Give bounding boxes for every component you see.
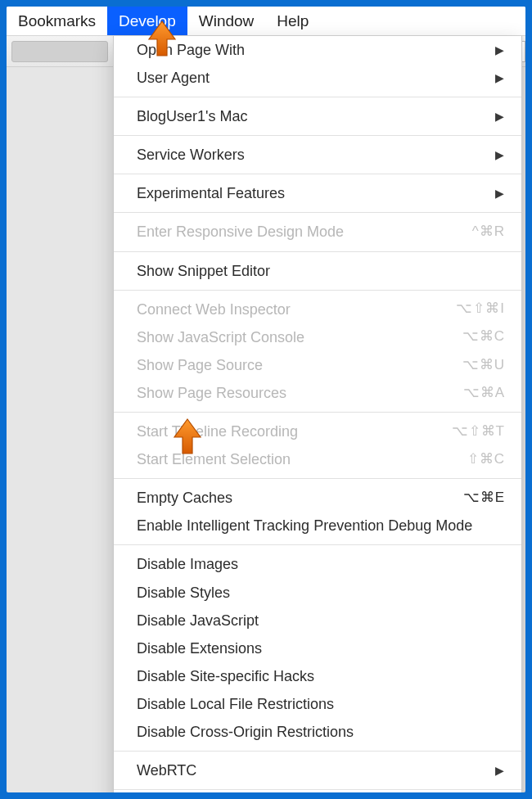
menu-item-label: Show Page Source [137, 354, 263, 376]
menu-item-label: Disable Styles [137, 582, 230, 603]
menu-separator [114, 290, 521, 291]
menu-item-open-page-with[interactable]: Open Page With▶ [114, 36, 521, 64]
menu-item-webrtc[interactable]: WebRTC▶ [114, 756, 521, 784]
menu-item-label: BlogUser1's Mac [137, 106, 247, 127]
menu-item-label: Open Page With [137, 39, 245, 61]
menu-item-shortcut: ⌥⌘E [463, 488, 505, 508]
menu-item-label: Disable JavaScript [137, 610, 259, 631]
menu-item-show-javascript-console: Show JavaScript Console⌥⌘C [114, 323, 521, 351]
tab-stub[interactable] [11, 41, 108, 62]
menubar-item-bookmarks[interactable]: Bookmarks [7, 7, 107, 35]
menu-separator [114, 135, 521, 136]
menu-item-label: Disable Site-specific Hacks [137, 666, 314, 687]
menu-item-label: Enable Intelligent Tracking Prevention D… [137, 515, 472, 536]
menu-item-start-element-selection: Start Element Selection⇧⌘C [114, 445, 521, 473]
menu-item-shortcut: ⌥⌘A [463, 383, 505, 404]
menu-item-label: Service Workers [137, 144, 245, 165]
menu-item-label: Start Timeline Recording [137, 421, 298, 442]
menu-item-shortcut: ⌥⇧⌘I [456, 299, 505, 319]
menu-item-empty-caches[interactable]: Empty Caches⌥⌘E [114, 484, 521, 512]
menu-item-enable-intelligent-tracking-prevention-debug-mode[interactable]: Enable Intelligent Tracking Prevention D… [114, 512, 521, 539]
menu-item-connect-web-inspector: Connect Web Inspector⌥⇧⌘I [114, 296, 521, 323]
menu-item-shortcut: ^⌘R [472, 222, 505, 242]
menu-item-label: Empty Caches [137, 487, 232, 508]
submenu-arrow-icon: ▶ [495, 70, 505, 86]
menu-separator [114, 751, 521, 752]
menubar-item-develop[interactable]: Develop [107, 7, 187, 35]
menubar-item-window[interactable]: Window [187, 7, 266, 35]
menu-separator [114, 789, 521, 790]
submenu-arrow-icon: ▶ [495, 185, 505, 201]
menu-item-label: Start Element Selection [137, 449, 291, 470]
menu-item-enter-responsive-design-mode: Enter Responsive Design Mode^⌘R [114, 218, 521, 246]
menu-item-label: WebRTC [137, 760, 196, 781]
menu-item-label: User Agent [137, 67, 210, 88]
menu-separator [114, 544, 521, 545]
menu-separator [114, 478, 521, 479]
menu-item-user-agent[interactable]: User Agent▶ [114, 64, 521, 92]
submenu-arrow-icon: ▶ [495, 108, 505, 124]
menu-item-start-timeline-recording: Start Timeline Recording⌥⇧⌘T [114, 418, 521, 445]
menu-item-service-workers[interactable]: Service Workers▶ [114, 141, 521, 169]
menu-item-shortcut: ⌥⌘C [462, 327, 505, 347]
menu-item-label: Enter Responsive Design Mode [137, 221, 344, 242]
menu-item-show-page-source: Show Page Source⌥⌘U [114, 351, 521, 379]
menu-item-label: Disable Cross-Origin Restrictions [137, 721, 354, 743]
menu-item-label: Experimental Features [137, 183, 285, 204]
menubar: BookmarksDevelopWindowHelp [7, 7, 525, 36]
menu-separator [114, 97, 521, 97]
menu-item-label: Show Page Resources [137, 382, 286, 404]
menu-item-disable-local-file-restrictions[interactable]: Disable Local File Restrictions [114, 690, 521, 718]
window-frame: PC.com BookmarksDevelopWindowHelp Open P… [7, 7, 525, 792]
menu-item-label: Disable Local File Restrictions [137, 693, 334, 715]
menu-item-shortcut: ⌥⌘U [462, 355, 505, 376]
menu-separator [114, 251, 521, 252]
menu-item-show-page-resources: Show Page Resources⌥⌘A [114, 379, 521, 407]
menu-item-disable-cross-origin-restrictions[interactable]: Disable Cross-Origin Restrictions [114, 718, 521, 746]
develop-menu-dropdown: Open Page With▶User Agent▶BlogUser1's Ma… [113, 36, 522, 792]
menubar-item-help[interactable]: Help [265, 7, 320, 35]
menu-item-label: Show Snippet Editor [137, 260, 270, 282]
menu-item-bloguser1-s-mac[interactable]: BlogUser1's Mac▶ [114, 102, 521, 130]
submenu-arrow-icon: ▶ [495, 42, 505, 58]
submenu-arrow-icon: ▶ [495, 147, 505, 163]
menu-item-label: Show JavaScript Console [137, 327, 304, 348]
menu-item-disable-images[interactable]: Disable Images [114, 550, 521, 578]
menu-item-show-snippet-editor[interactable]: Show Snippet Editor [114, 257, 521, 285]
menu-item-disable-javascript[interactable]: Disable JavaScript [114, 607, 521, 634]
menu-separator [114, 174, 521, 174]
menu-separator [114, 412, 521, 413]
menu-item-shortcut: ⇧⌘C [467, 449, 505, 470]
menu-item-label: Disable Extensions [137, 638, 262, 659]
menu-item-disable-extensions[interactable]: Disable Extensions [114, 634, 521, 662]
menu-item-experimental-features[interactable]: Experimental Features▶ [114, 179, 521, 207]
menu-item-label: Disable Images [137, 553, 238, 575]
submenu-arrow-icon: ▶ [495, 762, 505, 779]
menu-separator [114, 212, 521, 213]
menu-item-label: Connect Web Inspector [137, 299, 291, 320]
menu-item-disable-site-specific-hacks[interactable]: Disable Site-specific Hacks [114, 662, 521, 690]
menu-item-shortcut: ⌥⇧⌘T [452, 422, 505, 442]
menu-item-disable-styles[interactable]: Disable Styles [114, 579, 521, 607]
